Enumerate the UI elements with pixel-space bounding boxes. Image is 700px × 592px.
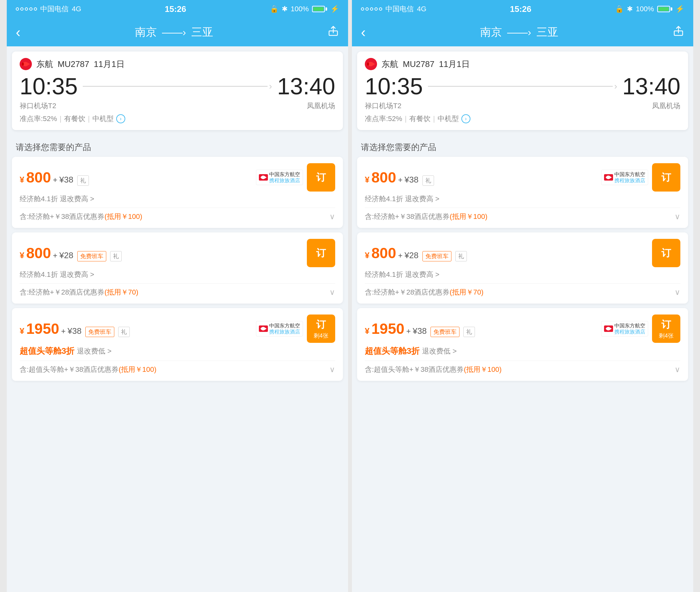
product-include: 含:超值头等舱+￥38酒店优惠券(抵用￥100) ∨ xyxy=(20,365,335,375)
brand-text: 中国东方航空 携程旅族酒店 xyxy=(614,171,645,184)
main-price: 1950 xyxy=(26,320,59,337)
expand-icon[interactable]: ∨ xyxy=(329,212,335,221)
flight-times: 10:35 › 13:40 xyxy=(20,75,335,98)
status-bar: 中国电信 4G 15:26 🔒 ✱ 100% ⚡ xyxy=(7,0,348,18)
from-city: 南京 xyxy=(135,25,157,40)
include-note: (抵用￥70) xyxy=(450,288,483,296)
main-price: 1950 xyxy=(371,320,404,337)
battery-body xyxy=(312,6,325,12)
signal-dot-1 xyxy=(16,7,19,11)
product-top: ¥ 800 + ¥28 免费班车礼 订 xyxy=(365,239,680,267)
order-button[interactable]: 订 xyxy=(307,163,335,192)
flight-card: 东航 MU2787 11月1日 10:35 › 13:40 禄口机场T2 凤凰机… xyxy=(357,51,688,130)
gift-tag: 礼 xyxy=(118,327,130,337)
flight-date: 11月1日 xyxy=(439,59,469,70)
bluetooth-icon: ✱ xyxy=(282,5,287,13)
flight-meta: 准点率:52% | 有餐饮 | 中机型 › xyxy=(365,114,680,124)
more-info-button[interactable]: › xyxy=(116,114,125,123)
product-divider xyxy=(365,360,680,361)
main-price: 800 xyxy=(26,169,51,186)
product-divider xyxy=(20,360,335,361)
meal-info: 有餐饮 xyxy=(64,114,85,124)
network-label: 4G xyxy=(72,5,81,13)
order-label: 订 xyxy=(661,247,671,260)
include-text: 含:经济舱+￥38酒店优惠券(抵用￥100) xyxy=(365,212,487,221)
back-button[interactable]: ‹ xyxy=(16,24,20,40)
status-right: 🔒 ✱ 100% ⚡ xyxy=(270,5,339,13)
currency-symbol: ¥ xyxy=(20,175,24,185)
from-city: 南京 xyxy=(480,25,502,40)
brand-text: 中国东方航空 携程旅族酒店 xyxy=(269,323,300,335)
orange-sub-info: 超值头等舱3折 xyxy=(365,345,420,357)
product-divider xyxy=(20,208,335,208)
more-info-button[interactable]: › xyxy=(461,114,470,123)
svg-point-5 xyxy=(367,62,369,66)
signal-dots xyxy=(361,7,382,11)
product-top: ¥ 800 + ¥38 礼 中国东方航空 携程旅族酒店 xyxy=(365,163,680,192)
currency-symbol: ¥ xyxy=(365,326,369,336)
battery-percent: 100% xyxy=(291,5,309,13)
share-button[interactable] xyxy=(327,25,339,39)
order-button[interactable]: 订 剩4张 xyxy=(307,314,335,343)
order-button[interactable]: 订 xyxy=(652,163,680,192)
flight-number: MU2787 xyxy=(403,59,434,69)
to-city: 三亚 xyxy=(536,25,558,40)
product-sub: 经济舱4.1折 退改费高 > xyxy=(365,270,680,280)
arrival-time: 13:40 xyxy=(622,75,680,98)
product-card-1: ¥ 800 + ¥38 礼 中国东方航空 携程旅族酒店 xyxy=(357,157,688,228)
airline-brand-icon xyxy=(259,174,268,181)
flight-date: 11月1日 xyxy=(94,59,124,70)
share-button[interactable] xyxy=(672,25,684,39)
phone-panel-right: 中国电信 4G 15:26 🔒 ✱ 100% ⚡ ‹ 南京 ——› 三亚 xyxy=(352,0,693,592)
addon-price: ¥38 xyxy=(59,175,73,185)
remaining-label: 剩4张 xyxy=(314,332,328,340)
brand-line-1: 中国东方航空 xyxy=(614,171,645,178)
order-button[interactable]: 订 剩4张 xyxy=(652,314,680,343)
meal-info: 有餐饮 xyxy=(409,114,430,124)
order-button[interactable]: 订 xyxy=(652,239,680,267)
addon-price: ¥38 xyxy=(405,175,418,185)
expand-icon[interactable]: ∨ xyxy=(674,212,680,221)
charging-icon: ⚡ xyxy=(330,5,339,13)
sub-info: 经济舱4.1折 退改费高 > xyxy=(365,194,439,204)
dep-airport: 禄口机场T2 xyxy=(20,101,56,111)
expand-icon[interactable]: ∨ xyxy=(674,365,680,374)
expand-icon[interactable]: ∨ xyxy=(329,288,335,297)
battery-icon xyxy=(312,6,327,12)
bluetooth-icon: ✱ xyxy=(627,5,633,13)
plus-sign: + xyxy=(53,176,57,185)
product-include: 含:经济舱+￥28酒店优惠券(抵用￥70) ∨ xyxy=(365,288,680,297)
brand-line-1: 中国东方航空 xyxy=(269,171,300,178)
include-text: 含:经济舱+￥28酒店优惠券(抵用￥70) xyxy=(20,288,138,297)
plus-sign: + xyxy=(61,327,66,336)
order-button[interactable]: 订 xyxy=(307,239,335,267)
product-divider xyxy=(20,283,335,284)
free-shuttle-tag: 免费班车 xyxy=(85,327,114,337)
departure-time: 10:35 xyxy=(365,75,423,98)
signal-dot-1 xyxy=(361,7,364,11)
airline-logo-svg xyxy=(21,60,31,67)
battery-icon xyxy=(657,6,672,12)
airline-name: 东航 xyxy=(381,59,398,70)
back-button[interactable]: ‹ xyxy=(361,24,366,40)
expand-icon[interactable]: ∨ xyxy=(674,288,680,297)
gift-tag: 礼 xyxy=(463,327,475,337)
airline-logo-small xyxy=(260,175,267,180)
sub-info: 退改费低 > xyxy=(77,346,111,356)
sub-info: 经济舱4.1折 退改费高 > xyxy=(20,194,94,204)
product-include: 含:经济舱+￥38酒店优惠券(抵用￥100) ∨ xyxy=(365,212,680,221)
plus-sign: + xyxy=(53,251,57,260)
brand-line-2: 携程旅族酒店 xyxy=(614,178,645,184)
share-icon xyxy=(327,25,339,37)
airports: 禄口机场T2 凤凰机场 xyxy=(365,101,680,111)
order-label: 订 xyxy=(661,171,671,184)
signal-dot-3 xyxy=(25,7,28,11)
product-top: ¥ 1950 + ¥38 免费班车礼 中国东方航空 携程旅族酒店 xyxy=(20,314,335,343)
airports: 禄口机场T2 凤凰机场 xyxy=(20,101,335,111)
gift-tag: 礼 xyxy=(77,176,89,186)
status-time: 15:26 xyxy=(165,4,186,14)
status-right: 🔒 ✱ 100% ⚡ xyxy=(615,5,684,13)
sub-info: 经济舱4.1折 退改费高 > xyxy=(20,270,94,280)
product-card-3: ¥ 1950 + ¥38 免费班车礼 中国东方航空 携程旅族酒店 xyxy=(357,308,688,381)
expand-icon[interactable]: ∨ xyxy=(329,365,335,374)
